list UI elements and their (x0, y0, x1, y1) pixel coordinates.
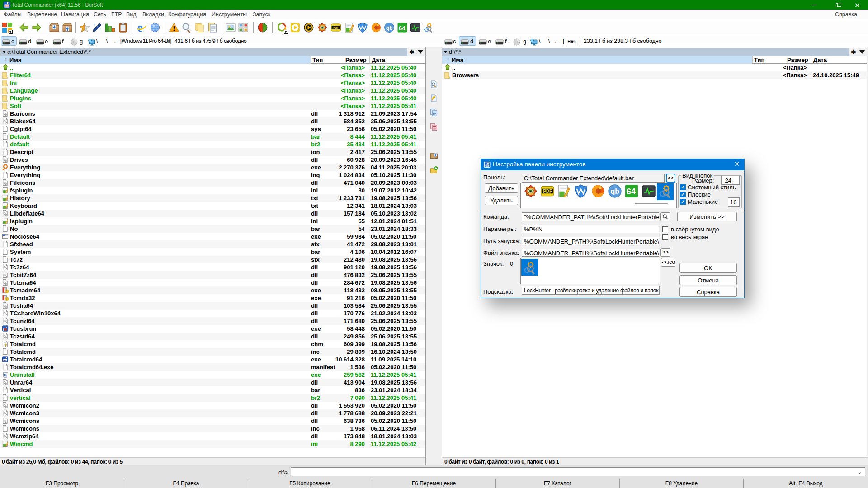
svg-text:64: 64 (399, 25, 406, 32)
svg-text:qb: qb (386, 25, 393, 31)
svg-text:e: e (137, 22, 143, 33)
svg-text:бч: бч (486, 164, 488, 167)
svg-text:PDF: PDF (333, 26, 340, 30)
